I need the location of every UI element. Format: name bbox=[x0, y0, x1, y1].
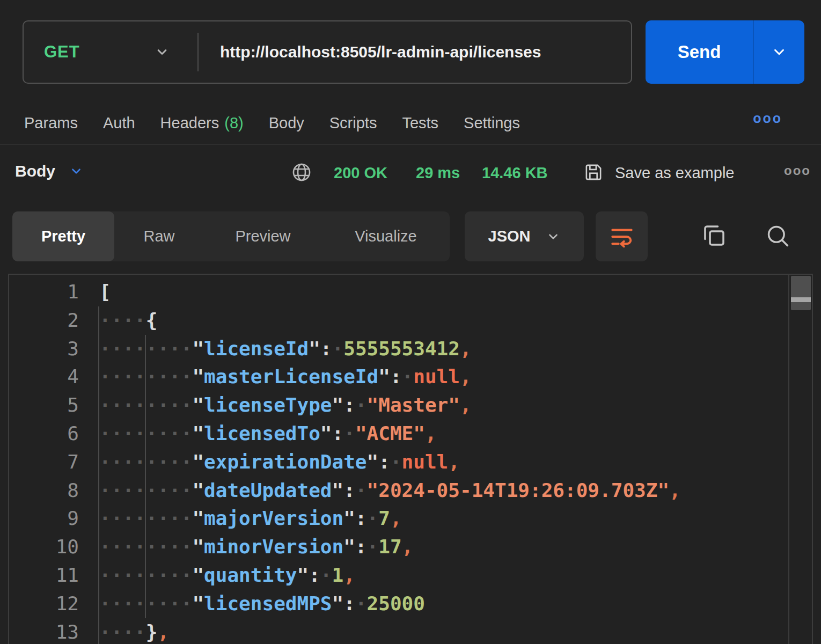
request-url-bar: GET http://localhost:8505/lr-admin-api/l… bbox=[23, 20, 632, 84]
code-line: 4········"masterLicenseId":·null, bbox=[9, 363, 787, 391]
response-body-viewer[interactable]: 1[2····{3········"licenseId":·5555553412… bbox=[8, 274, 813, 644]
wrap-text-icon bbox=[609, 223, 635, 250]
search-icon bbox=[764, 222, 791, 250]
code-line: 3········"licenseId":·5555553412, bbox=[9, 335, 787, 363]
line-number: 13 bbox=[9, 618, 79, 644]
search-button[interactable] bbox=[760, 218, 795, 253]
indent-guide bbox=[98, 306, 99, 644]
indent-guide bbox=[145, 335, 146, 618]
copy-button[interactable] bbox=[697, 218, 732, 253]
line-number: 5 bbox=[9, 391, 79, 420]
code-line: 2····{ bbox=[9, 306, 787, 335]
request-more-options-icon[interactable]: ooo bbox=[753, 111, 782, 126]
code-line: 7········"expirationDate":·null, bbox=[9, 448, 787, 477]
line-number: 2 bbox=[9, 306, 79, 335]
line-number: 12 bbox=[9, 590, 79, 618]
request-tab-headers[interactable]: Headers(8) bbox=[160, 114, 244, 132]
code-line: 5········"licenseType":·"Master", bbox=[9, 391, 787, 420]
scrollbar-marker bbox=[791, 297, 811, 302]
line-number: 7 bbox=[9, 448, 79, 477]
code-line: 11········"quantity":·1, bbox=[9, 561, 787, 590]
view-tab-raw[interactable]: Raw bbox=[114, 211, 204, 261]
request-tab-settings[interactable]: Settings bbox=[464, 114, 520, 132]
code-line: 10········"minorVersion":·17, bbox=[9, 533, 787, 561]
send-options-button[interactable] bbox=[754, 20, 804, 84]
wrap-text-button[interactable] bbox=[596, 211, 648, 261]
response-more-options-icon[interactable]: ooo bbox=[784, 163, 811, 178]
response-time[interactable]: 29 ms bbox=[416, 164, 460, 182]
line-number: 9 bbox=[9, 504, 79, 533]
language-label: JSON bbox=[488, 228, 531, 245]
request-tabs: ParamsAuthHeaders(8)BodyScriptsTestsSett… bbox=[24, 105, 520, 141]
method-selector[interactable]: GET bbox=[24, 21, 197, 83]
chevron-down-icon bbox=[771, 44, 787, 60]
code-line: 12········"licensedMPS":·25000 bbox=[9, 590, 787, 618]
globe-icon[interactable] bbox=[290, 161, 313, 184]
request-tab-scripts[interactable]: Scripts bbox=[329, 114, 377, 132]
url-field[interactable]: http://localhost:8505/lr-admin-api/licen… bbox=[197, 33, 631, 71]
section-divider bbox=[0, 144, 821, 145]
response-section-label: Body bbox=[15, 162, 55, 180]
code-line: 1[ bbox=[9, 278, 787, 306]
copy-icon bbox=[699, 221, 729, 251]
send-label[interactable]: Send bbox=[646, 20, 753, 84]
view-tab-preview[interactable]: Preview bbox=[204, 211, 322, 261]
scrollbar-thumb[interactable] bbox=[791, 276, 811, 310]
response-view-tabs: PrettyRawPreviewVisualize bbox=[12, 211, 450, 261]
send-button[interactable]: Send bbox=[646, 20, 804, 84]
line-number: 1 bbox=[9, 278, 79, 306]
request-tab-params[interactable]: Params bbox=[24, 114, 78, 132]
line-number: 8 bbox=[9, 477, 79, 505]
request-tab-body[interactable]: Body bbox=[269, 114, 304, 132]
request-tab-tests[interactable]: Tests bbox=[402, 114, 438, 132]
line-number: 3 bbox=[9, 335, 79, 363]
line-number: 6 bbox=[9, 420, 79, 448]
save-as-example-button[interactable]: Save as example bbox=[615, 164, 734, 182]
response-size[interactable]: 14.46 KB bbox=[482, 164, 548, 182]
line-number: 11 bbox=[9, 561, 79, 590]
status-badge[interactable]: 200 OK bbox=[334, 164, 387, 182]
request-tab-auth[interactable]: Auth bbox=[103, 114, 135, 132]
url-text: http://localhost:8505/lr-admin-api/licen… bbox=[199, 43, 541, 61]
view-tab-pretty[interactable]: Pretty bbox=[12, 211, 114, 261]
save-icon[interactable] bbox=[582, 161, 605, 184]
chevron-down-icon bbox=[546, 230, 560, 244]
code-line: 13····}, bbox=[9, 618, 787, 644]
chevron-down-icon bbox=[155, 45, 170, 60]
scrollbar[interactable] bbox=[788, 275, 812, 644]
headers-count-badge: (8) bbox=[224, 114, 243, 131]
chevron-down-icon bbox=[69, 164, 83, 178]
language-selector[interactable]: JSON bbox=[465, 211, 584, 261]
response-body-selector[interactable]: Body bbox=[15, 162, 83, 180]
line-number: 10 bbox=[9, 533, 79, 561]
code-line: 6········"licensedTo":·"ACME", bbox=[9, 420, 787, 448]
method-label: GET bbox=[44, 42, 80, 62]
code-lines: 1[2····{3········"licenseId":·5555553412… bbox=[9, 278, 787, 644]
view-tab-visualize[interactable]: Visualize bbox=[322, 211, 450, 261]
line-number: 4 bbox=[9, 363, 79, 391]
response-meta-row: Body 200 OK 29 ms 14.46 KB Save as examp… bbox=[0, 151, 821, 196]
code-line: 9········"majorVersion":·7, bbox=[9, 504, 787, 533]
code-line: 8········"dateUpdated":·"2024-05-14T19:2… bbox=[9, 477, 787, 505]
